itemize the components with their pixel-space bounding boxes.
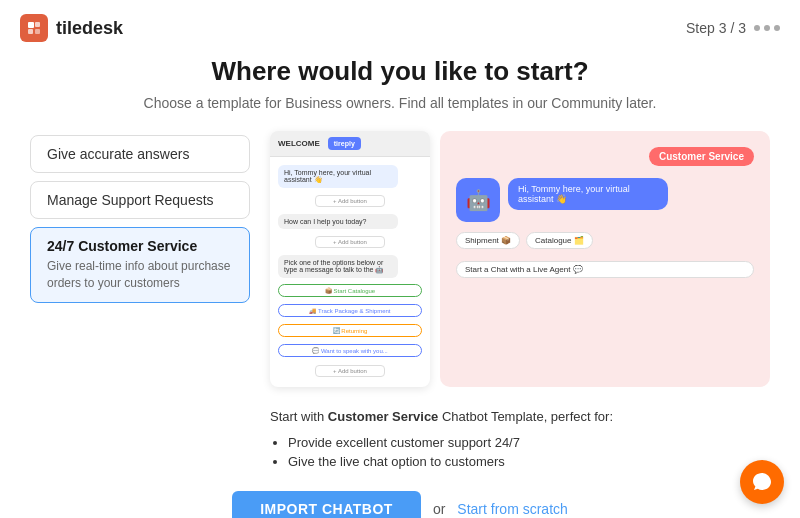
- footer: IMPORT CHATBOT or Start from scratch: [30, 491, 770, 519]
- main-content: Where would you like to start? Choose a …: [0, 56, 800, 518]
- dot-2: [764, 25, 770, 31]
- add-button-3[interactable]: + Add button: [315, 365, 385, 377]
- chat-header: WELCOME tireply: [270, 131, 430, 157]
- content-area: Give accurate answers Manage Support Req…: [30, 131, 770, 473]
- cs-bot-icon: 🤖: [456, 178, 500, 222]
- cs-option-catalogue[interactable]: Catalogue 🗂️: [526, 232, 593, 249]
- logo: tiledesk: [20, 14, 123, 42]
- dot-3: [774, 25, 780, 31]
- or-text: or: [433, 501, 445, 517]
- chat-opt-returning[interactable]: 🔄 Returning: [278, 324, 422, 337]
- info-list: Provide excellent customer support 24/7 …: [270, 435, 770, 469]
- chat-option-text-bubble: Pick one of the options below or type a …: [278, 255, 398, 278]
- info-text: Start with Customer Service Chatbot Temp…: [270, 407, 770, 427]
- chat-mockup: WELCOME tireply Hi, Tommy here, your vir…: [270, 131, 430, 387]
- add-button-1[interactable]: + Add button: [315, 195, 385, 207]
- svg-rect-1: [35, 22, 40, 27]
- step-indicator: Step 3 / 3: [686, 20, 780, 36]
- info-bullet-1: Provide excellent customer support 24/7: [288, 435, 770, 450]
- svg-rect-0: [28, 22, 34, 28]
- template-item-manage-support[interactable]: Manage Support Requests: [30, 181, 250, 219]
- cs-option-live-agent[interactable]: Start a Chat with a Live Agent 💬: [456, 261, 754, 278]
- chat-question-bubble: How can I help you today?: [278, 214, 398, 229]
- cs-badge: Customer Service: [649, 147, 754, 166]
- step-dots: [754, 25, 780, 31]
- svg-rect-2: [28, 29, 33, 34]
- chat-opt-catalogue[interactable]: 📦 Start Catalogue: [278, 284, 422, 297]
- svg-rect-3: [35, 29, 40, 34]
- chat-brand: tireply: [328, 137, 361, 150]
- template-title-customer-service: 24/7 Customer Service: [47, 238, 233, 254]
- chat-body: Hi, Tommy here, your virtual assistant 👋…: [270, 157, 430, 387]
- template-list: Give accurate answers Manage Support Req…: [30, 131, 250, 473]
- template-item-customer-service[interactable]: 24/7 Customer Service Give real-time inf…: [30, 227, 250, 303]
- chat-fab-button[interactable]: [740, 460, 784, 504]
- preview-container: WELCOME tireply Hi, Tommy here, your vir…: [270, 131, 770, 387]
- cs-options: Shipment 📦 Catalogue 🗂️: [456, 230, 754, 251]
- template-title-give-accurate: Give accurate answers: [47, 146, 233, 162]
- template-item-give-accurate[interactable]: Give accurate answers: [30, 135, 250, 173]
- logo-text: tiledesk: [56, 18, 123, 39]
- chat-welcome-label: WELCOME: [278, 139, 320, 148]
- chat-greeting-bubble: Hi, Tommy here, your virtual assistant 👋: [278, 165, 398, 188]
- info-bold: Customer Service: [328, 409, 439, 424]
- info-bullet-2: Give the live chat option to customers: [288, 454, 770, 469]
- header: tiledesk Step 3 / 3: [0, 0, 800, 56]
- step-text: Step 3 / 3: [686, 20, 746, 36]
- import-chatbot-button[interactable]: IMPORT CHATBOT: [232, 491, 421, 519]
- info-prefix: Start with: [270, 409, 328, 424]
- dot-1: [754, 25, 760, 31]
- info-suffix: Chatbot Template, perfect for:: [438, 409, 613, 424]
- start-from-scratch-link[interactable]: Start from scratch: [457, 501, 567, 517]
- template-desc-customer-service: Give real-time info about purchase order…: [47, 258, 233, 292]
- cs-graphic: Customer Service 🤖 Hi, Tommy here, your …: [440, 131, 770, 387]
- logo-icon: [20, 14, 48, 42]
- cs-option-shipment[interactable]: Shipment 📦: [456, 232, 520, 249]
- chat-opt-speak[interactable]: 💬 Want to speak with you...: [278, 344, 422, 357]
- template-title-manage-support: Manage Support Requests: [47, 192, 233, 208]
- page-title: Where would you like to start?: [30, 56, 770, 87]
- add-button-2[interactable]: + Add button: [315, 236, 385, 248]
- chat-opt-track[interactable]: 🚚 Track Package & Shipment: [278, 304, 422, 317]
- page-subtitle: Choose a template for Business owners. F…: [30, 95, 770, 111]
- info-section: Start with Customer Service Chatbot Temp…: [270, 397, 770, 473]
- right-panel: WELCOME tireply Hi, Tommy here, your vir…: [270, 131, 770, 473]
- cs-greeting-bubble: Hi, Tommy here, your virtual assistant 👋: [508, 178, 668, 210]
